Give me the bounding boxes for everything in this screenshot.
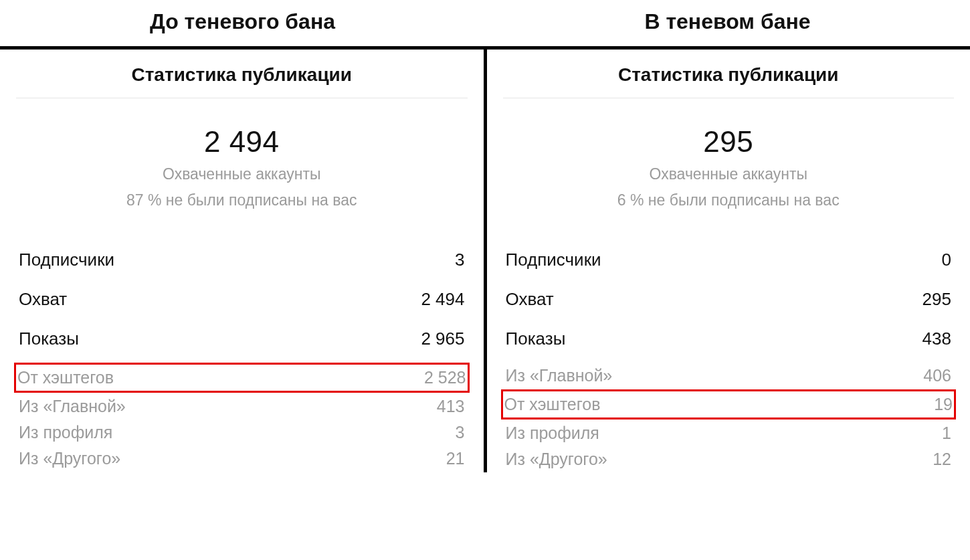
heading-before: До теневого бана <box>0 0 485 46</box>
row-value: 295 <box>923 289 951 310</box>
row-label: Из «Главной» <box>19 397 126 416</box>
non-followers-line-right: 6 % не были подписаны на вас <box>487 190 971 211</box>
non-followers-line-left: 87 % не были подписаны на вас <box>0 190 484 211</box>
row-label: Из профиля <box>506 424 599 443</box>
row-value: 2 528 <box>424 368 466 387</box>
row-label: Из профиля <box>19 423 112 442</box>
reach-summary-right: 295 Охваченные аккаунты 6 % не были подп… <box>487 98 971 229</box>
reach-number-right: 295 <box>487 125 971 159</box>
row-impressions-right: Показы 438 <box>504 323 953 355</box>
row-label: Показы <box>19 329 79 349</box>
row-value: 2 494 <box>421 289 464 310</box>
row-value: 406 <box>923 366 951 385</box>
row-value: 438 <box>923 329 951 349</box>
row-label: От хэштегов <box>504 395 601 414</box>
row-label: От хэштегов <box>17 368 114 387</box>
row-value: 413 <box>437 397 465 416</box>
row-label: Из «Другого» <box>19 449 120 468</box>
row-value: 1 <box>942 424 951 443</box>
row-value: 12 <box>933 450 951 469</box>
row-other-right: Из «Другого» 12 <box>504 446 953 472</box>
row-value: 19 <box>934 395 953 414</box>
row-reach-right: Охват 295 <box>504 284 953 315</box>
row-label: Охват <box>19 289 67 310</box>
row-impressions-left: Показы 2 965 <box>17 323 466 355</box>
row-profile-right: Из профиля 1 <box>504 420 953 446</box>
rows-left: Подписчики 3 Охват 2 494 Показы 2 965 От… <box>0 229 484 472</box>
row-followers-right: Подписчики 0 <box>504 244 953 276</box>
row-home-right: Из «Главной» 406 <box>504 363 953 389</box>
row-followers-left: Подписчики 3 <box>17 244 466 276</box>
row-value: 3 <box>455 250 464 270</box>
row-label: Подписчики <box>506 250 601 270</box>
stats-title-right: Статистика публикации <box>503 50 955 98</box>
panel-before: Статистика публикации 2 494 Охваченные а… <box>0 46 487 472</box>
row-profile-left: Из профиля 3 <box>17 419 466 446</box>
row-value: 3 <box>456 423 465 442</box>
heading-during: В теневом бане <box>485 0 970 46</box>
row-label: Охват <box>506 289 554 310</box>
reach-label-left: Охваченные аккаунты <box>0 164 484 185</box>
row-label: Из «Другого» <box>506 450 607 469</box>
rows-right: Подписчики 0 Охват 295 Показы 438 Из «Гл… <box>487 229 971 472</box>
reach-summary-left: 2 494 Охваченные аккаунты 87 % не были п… <box>0 98 484 229</box>
stats-title-left: Статистика публикации <box>16 50 468 98</box>
row-label: Из «Главной» <box>506 366 613 385</box>
row-label: Подписчики <box>19 250 114 270</box>
row-value: 0 <box>942 250 951 270</box>
row-value: 2 965 <box>421 329 464 349</box>
row-hashtags-right: От хэштегов 19 <box>501 389 957 419</box>
row-label: Показы <box>506 329 566 349</box>
row-value: 21 <box>446 449 465 468</box>
reach-number-left: 2 494 <box>0 125 484 159</box>
row-other-left: Из «Другого» 21 <box>17 446 466 472</box>
row-home-left: Из «Главной» 413 <box>17 393 466 419</box>
panel-during: Статистика публикации 295 Охваченные акк… <box>487 46 971 472</box>
row-reach-left: Охват 2 494 <box>17 284 466 315</box>
row-hashtags-left: От хэштегов 2 528 <box>14 363 470 393</box>
reach-label-right: Охваченные аккаунты <box>487 164 971 185</box>
